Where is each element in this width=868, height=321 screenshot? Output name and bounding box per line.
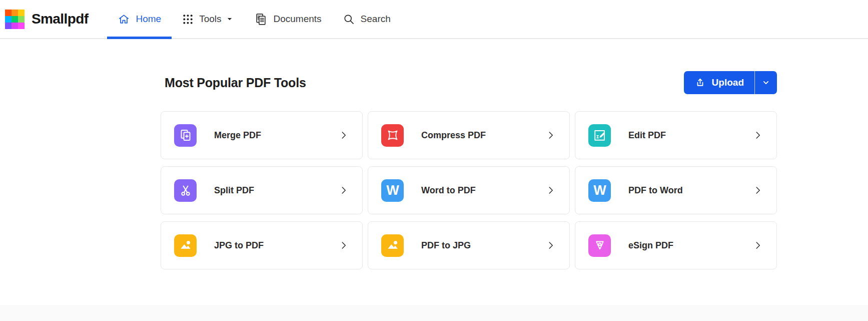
- upload-icon: [694, 77, 706, 89]
- tool-card-label: PDF to Word: [628, 185, 683, 196]
- chevron-down-icon: [226, 16, 233, 23]
- logo-cell: [5, 16, 12, 23]
- tool-card-label: Word to PDF: [421, 185, 476, 196]
- word-glyph: W: [386, 184, 398, 197]
- tool-card-pdf-to-word[interactable]: W PDF to Word: [575, 166, 777, 214]
- tool-card-label: PDF to JPG: [421, 240, 471, 251]
- logo-cell: [18, 16, 25, 23]
- smallpdf-logo-icon: [5, 10, 25, 29]
- tool-card-label: Merge PDF: [214, 130, 261, 141]
- nav-item-home[interactable]: Home: [107, 0, 172, 38]
- logo-cell: [5, 23, 12, 29]
- chevron-right-icon: [545, 130, 556, 141]
- tool-card-label: Edit PDF: [628, 130, 666, 141]
- chevron-right-icon: [338, 185, 349, 196]
- top-navbar: Smallpdf Home Tools: [0, 0, 868, 39]
- tool-card-merge-pdf[interactable]: Merge PDF: [161, 111, 363, 159]
- word-glyph: W: [593, 184, 605, 197]
- chevron-right-icon: [545, 185, 556, 196]
- active-tab-underline: [107, 37, 172, 39]
- tool-card-label: Compress PDF: [421, 130, 486, 141]
- logo-cell: [5, 10, 12, 16]
- tool-card-jpg-to-pdf[interactable]: JPG to PDF: [161, 221, 363, 269]
- logo-cell: [12, 10, 18, 16]
- documents-icon: [254, 13, 268, 26]
- esign-pdf-icon: [588, 234, 611, 257]
- word-icon: W: [588, 179, 611, 202]
- tool-card-label: eSign PDF: [628, 240, 673, 251]
- tool-card-word-to-pdf[interactable]: W Word to PDF: [368, 166, 570, 214]
- tool-grid: Merge PDF Compress PDF Edit PDF: [161, 111, 777, 269]
- grid-icon: [182, 14, 194, 25]
- merge-pdf-icon: [174, 124, 197, 147]
- home-icon: [118, 13, 130, 26]
- tool-card-edit-pdf[interactable]: Edit PDF: [575, 111, 777, 159]
- split-pdf-icon: [174, 179, 197, 202]
- tool-card-pdf-to-jpg[interactable]: PDF to JPG: [368, 221, 570, 269]
- upload-options-button[interactable]: [755, 71, 777, 94]
- chevron-down-icon: [761, 78, 771, 88]
- image-icon: [174, 234, 197, 257]
- tool-card-label: JPG to PDF: [214, 240, 264, 251]
- main-nav: Home Tools Documents: [107, 0, 401, 38]
- logo-cell: [18, 10, 25, 16]
- search-icon: [343, 13, 355, 26]
- page-title: Most Popular PDF Tools: [165, 76, 306, 90]
- nav-item-documents[interactable]: Documents: [244, 0, 332, 38]
- chevron-right-icon: [338, 240, 349, 251]
- nav-item-label: Tools: [199, 14, 221, 25]
- nav-item-tools[interactable]: Tools: [172, 0, 244, 38]
- logo-cell: [12, 23, 18, 29]
- upload-button[interactable]: Upload: [684, 71, 755, 94]
- nav-item-label: Search: [361, 14, 391, 25]
- logo-cell: [12, 16, 18, 23]
- tool-card-compress-pdf[interactable]: Compress PDF: [368, 111, 570, 159]
- footer-strip: [0, 305, 868, 321]
- nav-item-search[interactable]: Search: [332, 0, 401, 38]
- image-icon: [381, 234, 404, 257]
- tool-card-esign-pdf[interactable]: eSign PDF: [575, 221, 777, 269]
- section-header: Most Popular PDF Tools Upload: [161, 71, 777, 94]
- nav-item-label: Documents: [273, 14, 321, 25]
- tool-card-label: Split PDF: [214, 185, 254, 196]
- edit-pdf-icon: [588, 124, 611, 147]
- chevron-right-icon: [752, 130, 763, 141]
- tool-card-split-pdf[interactable]: Split PDF: [161, 166, 363, 214]
- main-content: Most Popular PDF Tools Upload: [161, 71, 777, 269]
- upload-button-label: Upload: [712, 77, 744, 88]
- brand-name: Smallpdf: [32, 11, 88, 27]
- logo-cell: [18, 23, 25, 29]
- upload-split-button: Upload: [684, 71, 777, 94]
- chevron-right-icon: [338, 130, 349, 141]
- compress-pdf-icon: [381, 124, 404, 147]
- smallpdf-logo[interactable]: Smallpdf: [5, 0, 101, 38]
- chevron-right-icon: [752, 240, 763, 251]
- chevron-right-icon: [545, 240, 556, 251]
- chevron-right-icon: [752, 185, 763, 196]
- word-icon: W: [381, 179, 404, 202]
- nav-item-label: Home: [136, 14, 161, 25]
